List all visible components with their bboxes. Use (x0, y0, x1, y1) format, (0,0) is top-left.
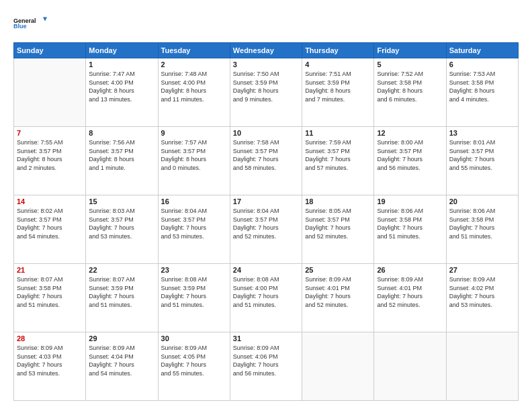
day-number: 31 (233, 334, 299, 342)
day-number: 20 (449, 197, 515, 205)
calendar-cell: 27Sunrise: 8:09 AMSunset: 4:02 PMDayligh… (446, 264, 518, 332)
calendar-cell: 29Sunrise: 8:09 AMSunset: 4:04 PMDayligh… (86, 332, 158, 401)
day-info: Sunrise: 7:55 AMSunset: 3:57 PMDaylight:… (17, 138, 83, 172)
calendar-cell: 8Sunrise: 7:56 AMSunset: 3:57 PMDaylight… (86, 127, 158, 195)
calendar-cell: 19Sunrise: 8:06 AMSunset: 3:58 PMDayligh… (374, 195, 446, 264)
day-info: Sunrise: 8:05 AMSunset: 3:57 PMDaylight:… (305, 207, 371, 240)
calendar-cell: 26Sunrise: 8:09 AMSunset: 4:01 PMDayligh… (374, 264, 446, 332)
day-number: 15 (89, 197, 154, 205)
calendar-table: SundayMondayTuesdayWednesdayThursdayFrid… (13, 42, 519, 401)
day-number: 26 (377, 266, 443, 274)
day-info: Sunrise: 8:09 AMSunset: 4:01 PMDaylight:… (305, 275, 371, 309)
day-info: Sunrise: 8:01 AMSunset: 3:57 PMDaylight:… (449, 138, 515, 172)
calendar-cell: 13Sunrise: 8:01 AMSunset: 3:57 PMDayligh… (446, 127, 518, 195)
calendar-cell: 15Sunrise: 8:03 AMSunset: 3:57 PMDayligh… (86, 195, 158, 264)
calendar-cell (374, 332, 446, 401)
header: General Blue (13, 10, 519, 36)
day-number: 21 (17, 266, 83, 274)
calendar-cell: 12Sunrise: 8:00 AMSunset: 3:57 PMDayligh… (374, 127, 446, 195)
day-info: Sunrise: 8:06 AMSunset: 3:58 PMDaylight:… (377, 207, 443, 240)
day-number: 13 (449, 129, 515, 137)
day-number: 5 (377, 60, 443, 68)
day-info: Sunrise: 8:07 AMSunset: 3:58 PMDaylight:… (17, 275, 83, 309)
day-info: Sunrise: 8:04 AMSunset: 3:57 PMDaylight:… (161, 207, 227, 240)
day-number: 30 (161, 334, 227, 342)
calendar-cell (446, 332, 518, 401)
day-info: Sunrise: 7:52 AMSunset: 3:58 PMDaylight:… (377, 70, 443, 103)
day-info: Sunrise: 7:56 AMSunset: 3:57 PMDaylight:… (89, 138, 154, 172)
calendar-cell: 6Sunrise: 7:53 AMSunset: 3:58 PMDaylight… (446, 58, 518, 127)
calendar-header: SundayMondayTuesdayWednesdayThursdayFrid… (14, 43, 519, 58)
calendar-cell: 30Sunrise: 8:09 AMSunset: 4:05 PMDayligh… (158, 332, 230, 401)
day-number: 14 (17, 197, 83, 205)
day-number: 8 (89, 129, 154, 137)
calendar-cell: 31Sunrise: 8:09 AMSunset: 4:06 PMDayligh… (230, 332, 302, 401)
day-info: Sunrise: 8:09 AMSunset: 4:03 PMDaylight:… (17, 344, 83, 377)
day-info: Sunrise: 8:09 AMSunset: 4:05 PMDaylight:… (161, 344, 227, 377)
calendar-cell: 24Sunrise: 8:08 AMSunset: 4:00 PMDayligh… (230, 264, 302, 332)
day-info: Sunrise: 8:03 AMSunset: 3:57 PMDaylight:… (89, 207, 154, 240)
weekday-friday: Friday (374, 43, 446, 58)
calendar-cell: 14Sunrise: 8:02 AMSunset: 3:57 PMDayligh… (14, 195, 86, 264)
calendar-cell: 10Sunrise: 7:58 AMSunset: 3:57 PMDayligh… (230, 127, 302, 195)
day-number: 24 (233, 266, 299, 274)
calendar-cell: 4Sunrise: 7:51 AMSunset: 3:59 PMDaylight… (302, 58, 374, 127)
calendar-cell: 21Sunrise: 8:07 AMSunset: 3:58 PMDayligh… (14, 264, 86, 332)
day-number: 28 (17, 334, 83, 342)
day-number: 6 (449, 60, 515, 68)
day-number: 27 (449, 266, 515, 274)
calendar-cell: 9Sunrise: 7:57 AMSunset: 3:57 PMDaylight… (158, 127, 230, 195)
day-number: 10 (233, 129, 299, 137)
day-info: Sunrise: 7:51 AMSunset: 3:59 PMDaylight:… (305, 70, 371, 103)
day-info: Sunrise: 8:02 AMSunset: 3:57 PMDaylight:… (17, 207, 83, 240)
day-info: Sunrise: 8:08 AMSunset: 3:59 PMDaylight:… (161, 275, 227, 309)
calendar-cell: 25Sunrise: 8:09 AMSunset: 4:01 PMDayligh… (302, 264, 374, 332)
day-info: Sunrise: 8:09 AMSunset: 4:04 PMDaylight:… (89, 344, 154, 377)
week-row-5: 28Sunrise: 8:09 AMSunset: 4:03 PMDayligh… (14, 332, 519, 401)
calendar-cell: 11Sunrise: 7:59 AMSunset: 3:57 PMDayligh… (302, 127, 374, 195)
day-number: 19 (377, 197, 443, 205)
calendar-cell: 20Sunrise: 8:06 AMSunset: 3:58 PMDayligh… (446, 195, 518, 264)
weekday-saturday: Saturday (446, 43, 518, 58)
calendar-cell: 2Sunrise: 7:48 AMSunset: 4:00 PMDaylight… (158, 58, 230, 127)
day-number: 1 (89, 60, 154, 68)
day-number: 4 (305, 60, 371, 68)
day-info: Sunrise: 8:09 AMSunset: 4:01 PMDaylight:… (377, 275, 443, 309)
week-row-2: 7Sunrise: 7:55 AMSunset: 3:57 PMDaylight… (14, 127, 519, 195)
calendar-cell: 17Sunrise: 8:04 AMSunset: 3:57 PMDayligh… (230, 195, 302, 264)
day-number: 2 (161, 60, 227, 68)
weekday-wednesday: Wednesday (230, 43, 302, 58)
weekday-sunday: Sunday (14, 43, 86, 58)
day-info: Sunrise: 7:58 AMSunset: 3:57 PMDaylight:… (233, 138, 299, 172)
week-row-4: 21Sunrise: 8:07 AMSunset: 3:58 PMDayligh… (14, 264, 519, 332)
day-info: Sunrise: 8:00 AMSunset: 3:57 PMDaylight:… (377, 138, 443, 172)
calendar-cell: 1Sunrise: 7:47 AMSunset: 4:00 PMDaylight… (86, 58, 158, 127)
day-number: 11 (305, 129, 371, 137)
calendar-cell: 7Sunrise: 7:55 AMSunset: 3:57 PMDaylight… (14, 127, 86, 195)
calendar-cell: 3Sunrise: 7:50 AMSunset: 3:59 PMDaylight… (230, 58, 302, 127)
calendar-cell: 18Sunrise: 8:05 AMSunset: 3:57 PMDayligh… (302, 195, 374, 264)
day-number: 17 (233, 197, 299, 205)
logo: General Blue (13, 10, 47, 36)
day-number: 9 (161, 129, 227, 137)
svg-text:Blue: Blue (13, 23, 27, 30)
day-number: 18 (305, 197, 371, 205)
day-info: Sunrise: 8:04 AMSunset: 3:57 PMDaylight:… (233, 207, 299, 240)
week-row-3: 14Sunrise: 8:02 AMSunset: 3:57 PMDayligh… (14, 195, 519, 264)
calendar-cell: 28Sunrise: 8:09 AMSunset: 4:03 PMDayligh… (14, 332, 86, 401)
day-number: 7 (17, 129, 83, 137)
day-info: Sunrise: 7:50 AMSunset: 3:59 PMDaylight:… (233, 70, 299, 103)
day-number: 23 (161, 266, 227, 274)
logo-svg: General Blue (13, 10, 47, 36)
weekday-header-row: SundayMondayTuesdayWednesdayThursdayFrid… (14, 43, 519, 58)
day-info: Sunrise: 7:48 AMSunset: 4:00 PMDaylight:… (161, 70, 227, 103)
day-number: 12 (377, 129, 443, 137)
day-info: Sunrise: 8:08 AMSunset: 4:00 PMDaylight:… (233, 275, 299, 309)
calendar-cell: 23Sunrise: 8:08 AMSunset: 3:59 PMDayligh… (158, 264, 230, 332)
day-number: 25 (305, 266, 371, 274)
page: General Blue SundayMondayTuesdayWednesda… (0, 0, 532, 411)
day-info: Sunrise: 8:07 AMSunset: 3:59 PMDaylight:… (89, 275, 154, 309)
day-number: 22 (89, 266, 154, 274)
calendar-cell: 22Sunrise: 8:07 AMSunset: 3:59 PMDayligh… (86, 264, 158, 332)
day-info: Sunrise: 7:57 AMSunset: 3:57 PMDaylight:… (161, 138, 227, 172)
